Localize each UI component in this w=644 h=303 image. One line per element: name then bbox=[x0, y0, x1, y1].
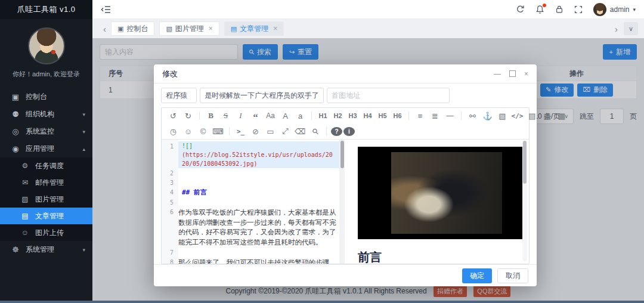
refresh-icon[interactable] bbox=[516, 5, 525, 14]
tab-article-management[interactable]: ▤ 文章管理 × bbox=[224, 21, 284, 36]
heading5-icon[interactable]: H5 bbox=[376, 110, 389, 122]
heading6-icon[interactable]: H6 bbox=[391, 110, 404, 122]
tab-image-management[interactable]: ▧ 图片管理 × bbox=[159, 21, 219, 36]
ucwords-icon[interactable]: Aa bbox=[264, 110, 277, 122]
clear-icon[interactable]: ⌫ bbox=[293, 125, 307, 137]
keyboard-icon[interactable]: ⌨ bbox=[211, 125, 225, 137]
help-icon[interactable]: ? bbox=[331, 127, 342, 136]
list-ul-icon[interactable]: ≡ bbox=[413, 110, 427, 122]
table-icon[interactable]: ▦ bbox=[555, 110, 569, 122]
heading4-icon[interactable]: H4 bbox=[361, 110, 374, 122]
edit-article-modal: 修改 — × ↺↻BSI“AaAaH1H2H3H bbox=[154, 64, 537, 286]
top-navbar: admin ▾ bbox=[92, 0, 644, 19]
undo-icon[interactable]: ↺ bbox=[166, 110, 180, 122]
image-markdown-token: ![] bbox=[182, 141, 335, 150]
sidebar-item-label: 邮件管理 bbox=[35, 178, 64, 188]
sidebar-item-image-management[interactable]: ▧ 图片管理 bbox=[0, 191, 92, 208]
sidebar-item-label: 文章管理 bbox=[35, 211, 64, 221]
sidebar-item-image-upload[interactable]: ☺ 图片上传 bbox=[0, 224, 92, 241]
toolbar-divider bbox=[311, 112, 312, 120]
toolbar-divider bbox=[229, 127, 230, 135]
sidebar-item-monitoring[interactable]: ◎ 系统监控 ▾ bbox=[0, 123, 92, 140]
main-area: admin ▾ ‹ ▣ 控制台 ▧ 图片管理 × ▤ 文章管理 × › bbox=[92, 0, 644, 303]
menu-collapse-icon[interactable] bbox=[101, 5, 111, 14]
line-number: 4 bbox=[162, 187, 178, 197]
close-icon[interactable]: × bbox=[524, 70, 528, 78]
sidebar-item-system-management[interactable]: ☸ 系统管理 ▾ bbox=[0, 241, 92, 258]
minimize-icon[interactable]: — bbox=[494, 70, 501, 78]
bottom-edge-strip bbox=[0, 301, 644, 303]
gear-icon: ⚙ bbox=[20, 162, 30, 170]
code-block-icon[interactable]: ▥ bbox=[540, 110, 554, 122]
italic-icon[interactable]: I bbox=[234, 110, 247, 122]
document-icon: ▤ bbox=[231, 25, 237, 33]
document-icon: ▤ bbox=[20, 212, 30, 220]
lock-icon[interactable] bbox=[555, 5, 564, 14]
heading3-icon[interactable]: H3 bbox=[346, 110, 360, 122]
preview-image-scene bbox=[391, 152, 502, 234]
anchor-icon[interactable]: ⚓ bbox=[481, 110, 494, 122]
datetime-icon[interactable]: ◷ bbox=[166, 125, 180, 137]
maximize-icon[interactable] bbox=[509, 70, 516, 77]
image-icon[interactable]: ▧ bbox=[496, 110, 509, 122]
redo-icon[interactable]: ↻ bbox=[181, 110, 195, 122]
line-number: 8 bbox=[162, 257, 178, 264]
modal-footer: 确定 取消 bbox=[154, 264, 537, 286]
notification-bell-icon[interactable] bbox=[535, 5, 544, 14]
sidebar-item-app-management[interactable]: ◉ 应用管理 ▴ bbox=[0, 140, 92, 157]
bold-icon[interactable]: B bbox=[204, 110, 218, 122]
sidebar-item-dashboard[interactable]: ▣ 控制台 bbox=[0, 88, 92, 106]
close-icon[interactable]: × bbox=[209, 24, 213, 33]
preview-scrollbar-thumb[interactable] bbox=[523, 141, 527, 184]
uppercase-icon[interactable]: A bbox=[278, 110, 292, 122]
emoji-icon[interactable]: ☺ bbox=[181, 125, 195, 137]
preview-heading: 前言 bbox=[358, 249, 518, 264]
search-icon[interactable]: ⚲ bbox=[306, 122, 324, 140]
heading2-icon[interactable]: H2 bbox=[331, 110, 345, 122]
user-avatar-small bbox=[593, 3, 606, 16]
line-number: 7 bbox=[162, 248, 178, 257]
cover-url-field[interactable] bbox=[327, 88, 450, 103]
lowercase-icon[interactable]: a bbox=[293, 110, 307, 122]
quote-icon[interactable]: “ bbox=[249, 108, 262, 123]
image-url-token: (https://blog.52itstyle.vip/usr/uploads/… bbox=[182, 150, 335, 168]
sidebar-menu: ▣ 控制台 ⚉ 组织机构 ▾ ◎ 系统监控 ▾ ◉ 应用管理 ▴ ⚙ 任务调度 bbox=[0, 88, 92, 258]
editor-source-pane[interactable]: 1 ![] (https://blog.52itstyle.vip/usr/up… bbox=[162, 140, 339, 264]
sidebar-item-article-management[interactable]: ▤ 文章管理 bbox=[0, 208, 92, 224]
close-icon[interactable]: × bbox=[273, 24, 277, 33]
preview-scrollbar bbox=[522, 141, 527, 261]
tab-dashboard[interactable]: ▣ 控制台 bbox=[111, 21, 154, 36]
fullscreen-icon[interactable] bbox=[574, 5, 583, 14]
list-ol-icon[interactable]: ≣ bbox=[428, 110, 442, 122]
user-menu[interactable]: admin ▾ bbox=[593, 3, 636, 16]
author-field[interactable] bbox=[161, 88, 197, 103]
info-icon[interactable]: i bbox=[343, 127, 355, 136]
sidebar-item-mail-management[interactable]: ✉ 邮件管理 bbox=[0, 174, 92, 191]
line-number: 1 bbox=[162, 141, 178, 151]
sidebar-item-organization[interactable]: ⚉ 组织机构 ▾ bbox=[0, 106, 92, 123]
copyright-icon[interactable]: © bbox=[196, 125, 210, 137]
strikethrough-icon[interactable]: S bbox=[219, 110, 233, 122]
toolbar-divider bbox=[199, 112, 200, 120]
editor-line: 4 ## 前言 bbox=[162, 187, 339, 197]
goto-line-icon[interactable]: >_ bbox=[234, 125, 247, 137]
heading1-icon[interactable]: H1 bbox=[316, 110, 330, 122]
tabs-scroll-left-icon[interactable]: ‹ bbox=[103, 24, 106, 34]
tabs-scroll-right-icon[interactable]: › bbox=[615, 24, 618, 34]
article-title-field[interactable] bbox=[200, 88, 324, 103]
watch-icon[interactable]: ⊘ bbox=[249, 125, 262, 137]
sidebar-item-task-scheduler[interactable]: ⚙ 任务调度 bbox=[0, 157, 92, 174]
preview-icon[interactable]: ▭ bbox=[264, 125, 277, 137]
editor-scrollbar-thumb[interactable] bbox=[340, 141, 344, 168]
confirm-button[interactable]: 确定 bbox=[462, 268, 492, 283]
code-icon[interactable]: </> bbox=[510, 110, 524, 122]
horizontal-rule-icon[interactable]: — bbox=[443, 110, 457, 122]
toolbar-divider bbox=[326, 127, 327, 135]
compass-icon: ◉ bbox=[11, 144, 20, 153]
cancel-button[interactable]: 取消 bbox=[497, 268, 528, 283]
fullscreen-icon[interactable]: ⤢ bbox=[278, 125, 292, 137]
navbar-actions: admin ▾ bbox=[516, 3, 636, 16]
preformatted-icon[interactable]: ▤ bbox=[525, 110, 539, 122]
link-icon[interactable]: ⚯ bbox=[466, 110, 479, 122]
tabs-more-icon[interactable]: ∨ bbox=[624, 22, 638, 35]
